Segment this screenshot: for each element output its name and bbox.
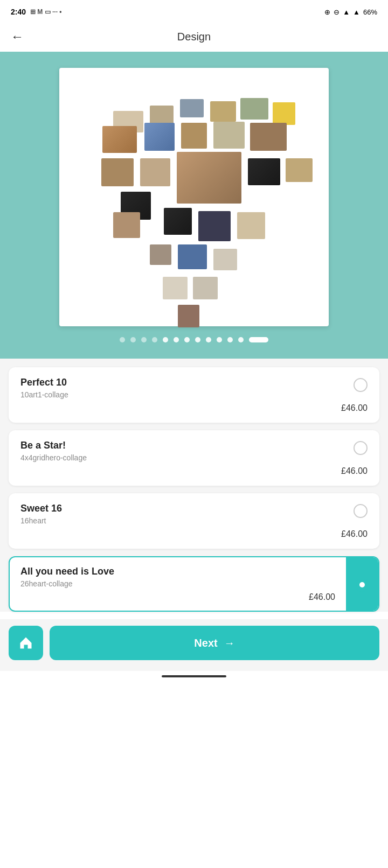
option-text-1: Perfect 10 10art1-collage: [20, 377, 68, 399]
signal-icon: ▲: [353, 8, 360, 16]
dot-2[interactable]: [130, 337, 136, 342]
photo-thumb-3: [180, 99, 204, 117]
home-icon: [18, 635, 33, 650]
option-price-1: £46.00: [20, 403, 368, 413]
dot-4[interactable]: [152, 337, 157, 342]
preview-card: [59, 68, 329, 326]
dot-6[interactable]: [174, 337, 179, 342]
bottom-bar: Next →: [0, 619, 388, 671]
next-button[interactable]: Next →: [50, 626, 379, 660]
option-subtitle-3: 16heart: [20, 516, 62, 525]
dot-5[interactable]: [163, 337, 168, 342]
dot-13-bar[interactable]: [249, 337, 268, 342]
option-subtitle-2: 4x4gridhero-collage: [20, 453, 87, 462]
option-card-perfect10[interactable]: Perfect 10 10art1-collage £46.00: [9, 367, 379, 423]
option-header-1: Perfect 10 10art1-collage: [20, 377, 368, 399]
photo-thumb-23: [178, 244, 207, 269]
photo-thumb-25: [163, 277, 188, 299]
pagination-dots: [120, 337, 268, 348]
photo-thumb-27: [178, 305, 199, 327]
dot-9[interactable]: [206, 337, 211, 342]
photo-thumb-18: [113, 212, 140, 238]
dot-11[interactable]: [227, 337, 233, 342]
option-subtitle-1: 10art1-collage: [20, 390, 68, 399]
battery-label: 66%: [363, 8, 377, 16]
selected-indicator: [346, 557, 378, 611]
option-price-2: £46.00: [20, 466, 368, 476]
photo-thumb-2: [150, 106, 174, 124]
photo-thumb-10: [213, 122, 245, 149]
notification-icons: ⊞ M ▭ ··· •: [30, 8, 62, 16]
option-title-1: Perfect 10: [20, 377, 68, 388]
photo-thumb-21: [237, 212, 265, 239]
option-header-3: Sweet 16 16heart: [20, 503, 368, 525]
status-time: 2:40 ⊞ M ▭ ··· •: [11, 8, 62, 16]
option-price-4: £46.00: [20, 592, 335, 602]
next-label: Next: [194, 637, 217, 649]
radio-btn-1[interactable]: [354, 378, 368, 392]
home-button[interactable]: [9, 626, 43, 660]
add-icon: ⊕: [324, 8, 330, 16]
status-bar: 2:40 ⊞ M ▭ ··· • ⊕ ⊖ ▲ ▲ 66%: [0, 0, 388, 22]
photo-thumb-13: [140, 158, 170, 186]
gesture-line: [162, 675, 226, 677]
photo-thumb-8: [144, 123, 175, 151]
next-arrow-icon: →: [224, 637, 235, 649]
option-header-4: All you need is Love 26heart-collage: [20, 566, 335, 588]
header: ← Design: [0, 22, 388, 52]
radio-btn-2[interactable]: [354, 441, 368, 455]
photo-thumb-5: [240, 98, 268, 120]
photo-thumb-26: [193, 277, 218, 299]
dot-3[interactable]: [141, 337, 147, 342]
option-title-3: Sweet 16: [20, 503, 62, 514]
dot-7[interactable]: [184, 337, 190, 342]
dot-12[interactable]: [238, 337, 244, 342]
option-price-3: £46.00: [20, 529, 368, 539]
preview-area: [0, 52, 388, 359]
status-right: ⊕ ⊖ ▲ ▲ 66%: [324, 8, 377, 16]
dot-1[interactable]: [120, 337, 125, 342]
dot-10[interactable]: [217, 337, 222, 342]
gesture-bar: [0, 671, 388, 682]
wifi-icon: ▲: [343, 8, 350, 16]
options-section: Perfect 10 10art1-collage £46.00 Be a St…: [0, 359, 388, 612]
collage-display: [70, 79, 318, 316]
photo-thumb-16: [286, 158, 313, 182]
photo-thumb-4: [210, 101, 236, 122]
option-title-2: Be a Star!: [20, 440, 87, 451]
photo-thumb-11: [250, 123, 287, 151]
photo-thumb-14: [177, 152, 241, 204]
photo-thumb-7: [102, 126, 137, 153]
option-header-2: Be a Star! 4x4gridhero-collage: [20, 440, 368, 462]
radio-btn-4-selected[interactable]: [355, 578, 369, 592]
photo-thumb-22: [150, 244, 171, 265]
option-text-4: All you need is Love 26heart-collage: [20, 566, 114, 588]
option-text-2: Be a Star! 4x4gridhero-collage: [20, 440, 87, 462]
photo-thumb-9: [181, 123, 207, 149]
back-button[interactable]: ←: [11, 29, 24, 44]
option-card-sweet16[interactable]: Sweet 16 16heart £46.00: [9, 493, 379, 549]
option-title-4: All you need is Love: [20, 566, 114, 577]
option-card-beastar[interactable]: Be a Star! 4x4gridhero-collage £46.00: [9, 430, 379, 486]
photo-thumb-24: [213, 249, 237, 270]
option-subtitle-4: 26heart-collage: [20, 579, 114, 588]
radio-btn-3[interactable]: [354, 504, 368, 518]
photo-thumb-15: [248, 158, 280, 185]
time-display: 2:40: [11, 8, 26, 16]
photo-thumb-6: [273, 102, 295, 125]
option-card-allyouneedislove[interactable]: All you need is Love 26heart-collage £46…: [9, 556, 379, 612]
photo-thumb-12: [101, 158, 134, 186]
photo-thumb-20: [198, 211, 231, 241]
photo-thumb-19: [164, 208, 192, 235]
option-text-3: Sweet 16 16heart: [20, 503, 62, 525]
dot-8[interactable]: [195, 337, 200, 342]
minus-circle-icon: ⊖: [334, 8, 340, 16]
page-title: Design: [177, 31, 211, 43]
